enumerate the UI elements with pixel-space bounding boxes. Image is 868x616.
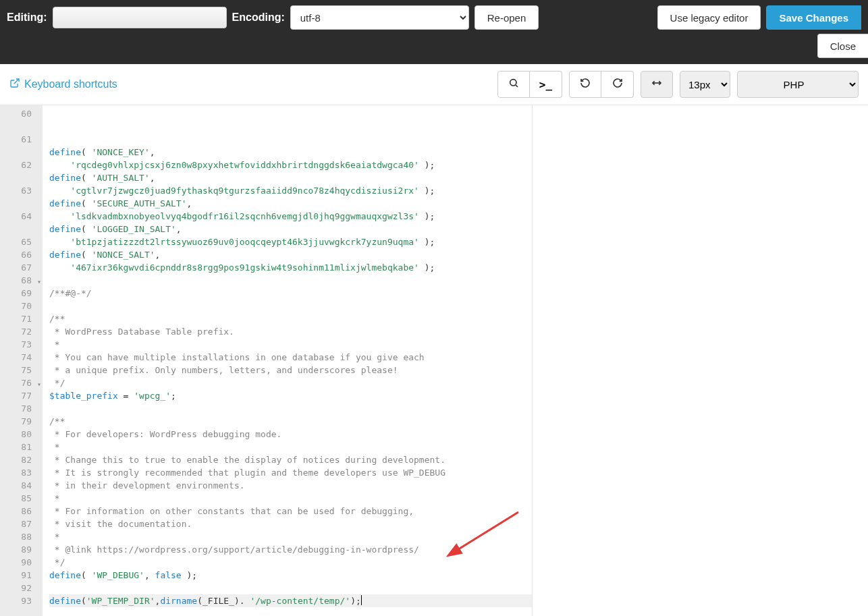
line-number: 67 [0, 261, 43, 274]
redo-button[interactable] [601, 71, 634, 98]
line-number: 65 [0, 235, 43, 248]
code-line[interactable]: 'cgtlvr7jzwgcz0juad9fythaskq9tgurzsfaaii… [49, 184, 532, 197]
line-number [0, 171, 43, 184]
line-number [0, 197, 43, 210]
code-line[interactable] [49, 402, 532, 415]
line-number: 83 [0, 466, 43, 479]
editor-topbar: Editing: Encoding: utf-8 Re-open Use leg… [0, 0, 868, 64]
undo-icon [580, 78, 591, 91]
code-line[interactable]: * Change this to true to enable the disp… [49, 453, 532, 466]
code-line[interactable]: * For information on other constants tha… [49, 505, 532, 517]
terminal-icon: >_ [539, 78, 552, 91]
line-number: 74 [0, 351, 43, 364]
code-line[interactable]: * a unique prefix. Only numbers, letters… [49, 364, 532, 376]
code-line[interactable]: * For developers: WordPress debugging mo… [49, 428, 532, 441]
reopen-button[interactable]: Re-open [474, 5, 539, 30]
code-line[interactable]: $table_prefix = 'wpcg_'; [49, 389, 532, 402]
editing-label: Editing: [7, 11, 47, 24]
svg-point-1 [510, 80, 516, 86]
line-number: 76▾ [0, 376, 43, 389]
line-number: 82 [0, 453, 43, 466]
search-icon [508, 78, 519, 91]
code-line[interactable]: * [49, 530, 532, 543]
line-number: 81 [0, 441, 43, 453]
line-number: 85 [0, 492, 43, 505]
encoding-select[interactable]: utf-8 [290, 5, 469, 30]
line-number: 92 [0, 582, 43, 594]
line-number: 84 [0, 479, 43, 492]
encoding-label: Encoding: [232, 11, 285, 24]
editing-filename-input[interactable] [53, 7, 227, 28]
code-line[interactable]: define( 'NONCE_SALT', [49, 248, 532, 261]
undo-redo-group [569, 71, 634, 98]
legacy-editor-button[interactable]: Use legacy editor [657, 5, 761, 30]
code-line[interactable]: * in their development environments. [49, 479, 532, 492]
editor-toolbar: Keyboard shortcuts >_ 13px PHP [0, 64, 868, 105]
terminal-button[interactable]: >_ [530, 71, 562, 98]
svg-line-2 [516, 85, 518, 87]
code-line[interactable]: /**#@-*/ [49, 287, 532, 300]
code-line[interactable]: * WordPress Database Table prefix. [49, 325, 532, 338]
code-line[interactable]: 'lsdkvadmbxnobyeolvyq4bgodfr16il2sqcnh6v… [49, 210, 532, 223]
code-line[interactable]: * [49, 492, 532, 505]
fontsize-select[interactable]: 13px [680, 71, 730, 98]
external-link-icon [9, 78, 20, 91]
line-number: 66 [0, 248, 43, 261]
svg-line-0 [14, 79, 19, 84]
redo-icon [612, 78, 623, 91]
line-number: 80 [0, 428, 43, 441]
wrap-toggle-button[interactable] [641, 71, 673, 98]
code-line[interactable] [49, 582, 532, 594]
language-select[interactable]: PHP [737, 71, 859, 98]
line-number [0, 120, 43, 133]
text-cursor [361, 595, 362, 605]
code-editor[interactable]: define( 'NONCE_KEY', 'rqcdeg0vhlxpjcsxj6… [43, 105, 532, 616]
editor-area: 606162636465666768▾6970717273747576▾7778… [0, 105, 868, 616]
code-line[interactable]: */ [49, 556, 532, 569]
code-line[interactable]: * @link https://wordpress.org/support/ar… [49, 543, 532, 556]
line-number [0, 146, 43, 159]
line-number: 91 [0, 569, 43, 582]
code-line[interactable]: * visit the documentation. [49, 517, 532, 530]
topbar-row2: Close [817, 34, 868, 58]
line-number: 60 [0, 107, 43, 120]
line-number: 88 [0, 530, 43, 543]
code-line[interactable]: define( 'LOGGED_IN_SALT', [49, 223, 532, 235]
line-number: 78 [0, 402, 43, 415]
code-line[interactable]: 'rqcdeg0vhlxpjcsxj6zn0w8pxyxhetwfoviddxh… [49, 159, 532, 171]
preview-panel [532, 105, 868, 616]
line-number: 64 [0, 210, 43, 223]
code-line[interactable] [49, 607, 532, 616]
search-button[interactable] [497, 71, 530, 98]
code-line[interactable]: '467ixr36kgwvdi6cpnddr8s8rgg9pos91gskiw4… [49, 261, 532, 274]
close-button[interactable]: Close [817, 34, 868, 58]
code-line[interactable]: */ [49, 376, 532, 389]
line-number: 72 [0, 325, 43, 338]
line-number: 75 [0, 364, 43, 376]
line-number: 63 [0, 184, 43, 197]
code-line[interactable]: 'bt1pzjatizzzdt2lrtssywuoz69uv0jooqcqeyp… [49, 235, 532, 248]
code-line[interactable]: /** [49, 415, 532, 428]
code-line[interactable]: define('WP_TEMP_DIR',dirname(_FILE_). '/… [49, 594, 532, 607]
line-number-gutter[interactable]: 606162636465666768▾6970717273747576▾7778… [0, 105, 43, 616]
line-number: 69 [0, 287, 43, 300]
line-number: 90 [0, 556, 43, 569]
code-line[interactable]: * [49, 441, 532, 453]
save-changes-button[interactable]: Save Changes [766, 5, 861, 30]
code-line[interactable]: * It is strongly recommended that plugin… [49, 466, 532, 479]
code-line[interactable]: * You can have multiple installations in… [49, 351, 532, 364]
code-line[interactable]: define( 'WP_DEBUG', false ); [49, 569, 532, 582]
line-number [0, 223, 43, 235]
code-line[interactable]: define( 'SECURE_AUTH_SALT', [49, 197, 532, 210]
keyboard-shortcuts-label: Keyboard shortcuts [24, 78, 117, 90]
code-line[interactable]: define( 'AUTH_SALT', [49, 171, 532, 184]
keyboard-shortcuts-link[interactable]: Keyboard shortcuts [9, 78, 117, 91]
undo-button[interactable] [569, 71, 601, 98]
code-line[interactable]: /** [49, 312, 532, 325]
code-line[interactable] [49, 300, 532, 312]
code-line[interactable]: * [49, 338, 532, 351]
code-line[interactable] [49, 274, 532, 287]
code-line[interactable]: define( 'NONCE_KEY', [49, 146, 532, 159]
line-number: 70 [0, 300, 43, 312]
arrows-horizontal-icon [651, 78, 663, 91]
